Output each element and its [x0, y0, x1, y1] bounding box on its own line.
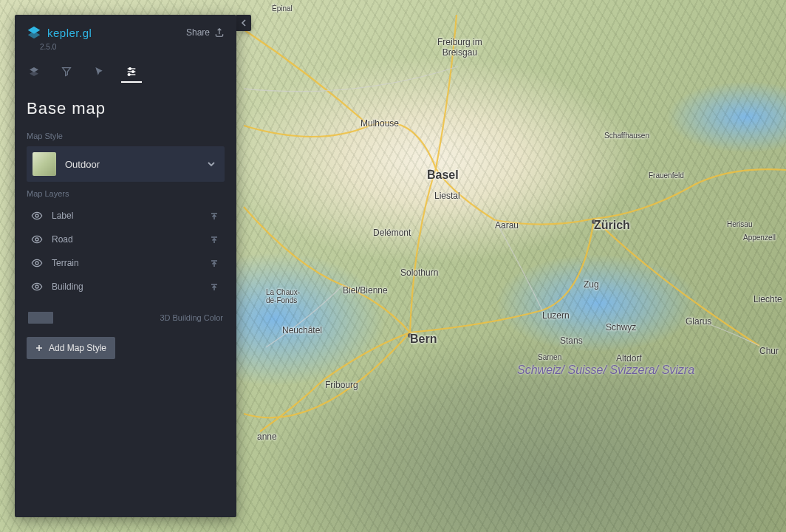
- layer-name: Building: [52, 282, 83, 292]
- share-button[interactable]: Share: [186, 27, 225, 38]
- city-label: Appenzell: [743, 233, 776, 242]
- building-color-swatch[interactable]: [28, 312, 53, 324]
- move-to-top-icon[interactable]: [208, 210, 220, 222]
- city-label: Biel/Bienne: [343, 285, 388, 296]
- building-color-label: 3D Building Color: [160, 313, 223, 322]
- add-map-style-button[interactable]: Add Map Style: [27, 337, 115, 359]
- tab-filters[interactable]: [59, 61, 74, 82]
- layer-name: Terrain: [52, 258, 79, 268]
- visibility-toggle-icon[interactable]: [31, 210, 43, 222]
- city-label: anne: [257, 432, 277, 442]
- panel-title: Base map: [27, 99, 225, 118]
- sidebar-collapse-button[interactable]: [236, 15, 251, 31]
- layer-name: Label: [52, 211, 73, 221]
- city-label: Chur: [759, 346, 779, 356]
- city-label: Zug: [584, 279, 599, 290]
- city-label: Basel: [427, 168, 459, 182]
- map-style-thumbnail: [33, 152, 56, 176]
- plus-icon: [35, 344, 43, 352]
- brand-name: kepler.gl: [47, 27, 92, 39]
- brand-logo-icon: [27, 25, 41, 40]
- city-label: Épinal: [272, 4, 293, 13]
- filter-icon: [61, 66, 72, 78]
- city-label: Schwyz: [606, 322, 636, 332]
- sidebar-header: kepler.gl Share: [15, 15, 236, 43]
- brand[interactable]: kepler.gl: [27, 25, 92, 40]
- basemap-panel: Base map Map Style Outdoor Map Layers La…: [15, 83, 236, 517]
- share-icon: [214, 27, 225, 38]
- city-label: Liestal: [434, 191, 460, 201]
- svg-marker-6: [30, 71, 38, 76]
- tab-interactions[interactable]: [92, 61, 106, 82]
- city-label: Fribourg: [325, 380, 358, 390]
- city-label: Bern: [410, 332, 437, 346]
- layer-row: Label: [27, 204, 225, 228]
- visibility-toggle-icon[interactable]: [31, 257, 43, 269]
- visibility-toggle-icon[interactable]: [31, 281, 43, 293]
- country-label: Schweiz/ Suisse/ Svizzera/ Svizra: [517, 364, 694, 377]
- app-version: 2.5.0: [40, 43, 236, 51]
- add-map-style-label: Add Map Style: [49, 343, 106, 353]
- layer-row: Road: [27, 228, 225, 251]
- city-label: Liechte: [753, 294, 782, 304]
- sidebar: kepler.gl Share 2.5.0: [15, 15, 236, 517]
- move-to-top-icon[interactable]: [208, 233, 220, 245]
- city-label: Delémont: [373, 228, 411, 238]
- layers-icon: [28, 66, 40, 78]
- svg-point-16: [35, 285, 38, 288]
- city-label: La Chaux-de-Fonds: [266, 288, 300, 304]
- layer-name: Road: [52, 234, 73, 245]
- city-label: Altdorf: [616, 353, 642, 364]
- city-label: Mulhouse: [360, 118, 399, 129]
- chevron-down-icon: [207, 160, 216, 168]
- svg-point-12: [128, 74, 130, 76]
- layer-row: Building: [27, 275, 225, 299]
- city-label: Zürich: [594, 219, 630, 232]
- map-layers-section-label: Map Layers: [27, 189, 225, 198]
- map-style-section-label: Map Style: [27, 132, 225, 140]
- city-label: Frauenfeld: [649, 171, 684, 180]
- move-to-top-icon[interactable]: [208, 281, 220, 293]
- city-label: Solothurn: [400, 267, 438, 278]
- svg-point-14: [35, 238, 38, 241]
- city-label: Herisau: [727, 220, 752, 228]
- tab-basemap[interactable]: [124, 61, 139, 82]
- city-label: Neuchâtel: [282, 325, 322, 335]
- city-label: Stans: [560, 335, 583, 346]
- svg-point-15: [35, 262, 38, 265]
- city-label: Aarau: [495, 220, 519, 231]
- panel-tabs: [15, 51, 236, 83]
- svg-point-10: [132, 71, 134, 73]
- layer-row: Terrain: [27, 251, 225, 275]
- map-layers-list: LabelRoadTerrainBuilding: [27, 204, 225, 299]
- city-label: Sarnen: [538, 353, 561, 361]
- tab-layers[interactable]: [27, 61, 41, 82]
- city-label: Luzern: [542, 310, 570, 321]
- cursor-icon: [93, 66, 105, 78]
- visibility-toggle-icon[interactable]: [31, 233, 43, 245]
- map-style-selector[interactable]: Outdoor: [27, 146, 225, 182]
- city-label: Schaffhausen: [604, 132, 649, 140]
- svg-marker-4: [28, 31, 41, 38]
- svg-point-13: [35, 214, 38, 217]
- map-style-name: Outdoor: [65, 159, 100, 170]
- city-label: Freiburg imBreisgau: [437, 37, 482, 58]
- svg-point-8: [129, 68, 131, 70]
- share-label: Share: [186, 27, 210, 38]
- move-to-top-icon[interactable]: [208, 257, 220, 269]
- sliders-icon: [126, 66, 137, 78]
- app-root: BernZürichBaselFreiburg imBreisgauMulhou…: [0, 0, 786, 532]
- building-color-row: 3D Building Color: [27, 312, 225, 324]
- city-label: Glarus: [686, 316, 711, 327]
